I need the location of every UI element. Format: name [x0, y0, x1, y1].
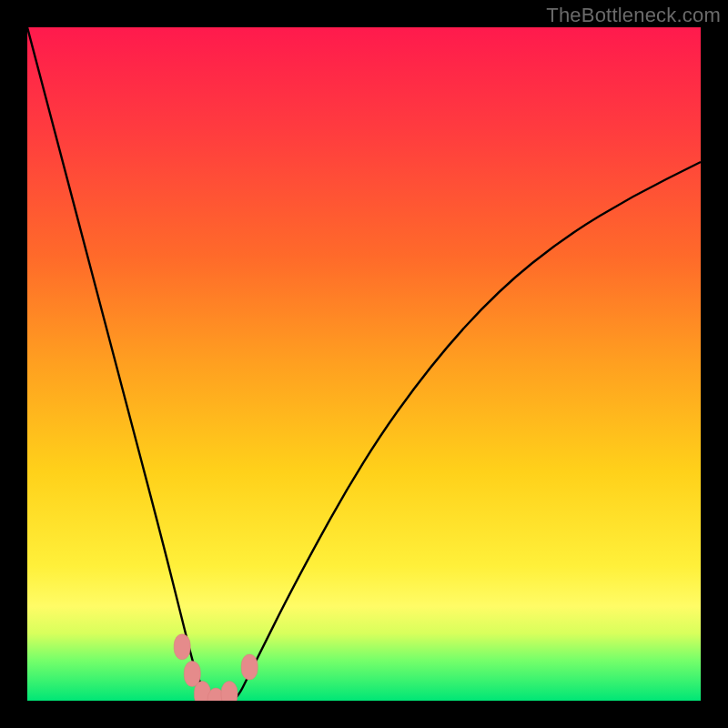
chart-svg	[27, 27, 701, 701]
bottleneck-curve	[27, 27, 701, 701]
curve-markers	[174, 634, 258, 701]
chart-frame: TheBottleneck.com	[0, 0, 728, 728]
plot-area	[27, 27, 701, 701]
curve-marker	[241, 654, 258, 680]
watermark-text: TheBottleneck.com	[546, 4, 721, 27]
curve-marker	[221, 682, 238, 701]
curve-marker	[174, 634, 190, 660]
